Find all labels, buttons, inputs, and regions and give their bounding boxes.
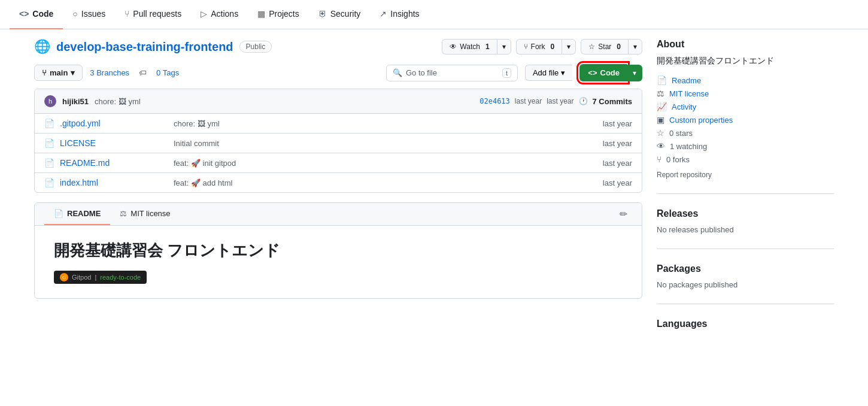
forks-icon: ⑂	[657, 154, 661, 164]
readme-tabs: 📄 README ⚖ MIT license ✏	[35, 203, 642, 226]
star-btn-group: ☆ Star 0 ▾	[581, 39, 642, 54]
report-repository-link[interactable]: Report repository	[657, 171, 834, 179]
add-file-button[interactable]: Add file ▾	[525, 65, 572, 81]
watch-btn-group: 👁 Watch 1 ▾	[442, 39, 511, 54]
file-date: last year	[603, 159, 632, 168]
repo-header: 🌐 develop-base-training-frontend Public …	[34, 39, 642, 54]
gitpod-badge[interactable]: G Gitpod | ready-to-code	[54, 271, 147, 284]
releases-section: Releases No releases published	[657, 208, 834, 249]
packages-heading: Packages	[657, 263, 834, 274]
file-date: last year	[603, 119, 632, 128]
file-icon: 📄	[44, 158, 54, 168]
tab-projects[interactable]: ▦ Projects	[248, 0, 309, 29]
commit-author[interactable]: hijiki51	[62, 97, 89, 106]
file-date: last year	[603, 139, 632, 148]
file-commit: Initial commit	[174, 139, 597, 148]
insights-icon: ↗	[380, 9, 387, 19]
file-name[interactable]: index.html	[60, 178, 168, 187]
table-row: 📄 LICENSE Initial commit last year	[35, 134, 642, 153]
add-file-btn-group: Add file ▾	[525, 65, 572, 81]
table-row: 📄 .gitpod.yml chore: 🖼 yml last year	[35, 114, 642, 134]
file-commit: chore: 🖼 yml	[174, 119, 597, 128]
commit-header: h hijiki51 chore: 🖼 yml 02e4613 last yea…	[35, 89, 642, 114]
eye-icon: 👁	[450, 43, 457, 51]
code-icon: <>	[19, 9, 29, 19]
commit-hash-area: 02e4613 last year last year 🕐 7 Commits	[479, 97, 632, 106]
fork-dropdown-button[interactable]: ▾	[562, 39, 576, 54]
tab-mit-license[interactable]: ⚖ MIT license	[110, 203, 180, 225]
commit-time: last year	[515, 97, 542, 105]
commit-time-text: last year	[547, 97, 573, 105]
file-date: last year	[603, 178, 632, 187]
readme-link[interactable]: 📄 Readme	[657, 74, 834, 87]
search-icon: 🔍	[393, 68, 402, 77]
stars-icon: ☆	[657, 128, 664, 138]
license-icon: ⚖	[120, 209, 127, 218]
packages-section: Packages No packages published	[657, 263, 834, 304]
languages-heading: Languages	[657, 319, 834, 329]
add-file-dropdown-icon: ▾	[561, 68, 565, 77]
action-buttons: 👁 Watch 1 ▾ ⑂ Fork 0 ▾	[442, 39, 642, 54]
star-dropdown-button[interactable]: ▾	[628, 39, 642, 54]
gitpod-label: Gitpod	[72, 274, 91, 281]
code-button[interactable]: <> Code	[579, 64, 627, 81]
watch-dropdown-button[interactable]: ▾	[497, 39, 511, 54]
packages-empty: No packages published	[657, 280, 834, 289]
table-row: 📄 README.md feat: 🚀 init gitpod last yea…	[35, 153, 642, 173]
tab-code[interactable]: <> Code	[10, 0, 63, 29]
watch-button[interactable]: 👁 Watch 1	[442, 39, 496, 54]
tab-actions[interactable]: ▷ Actions	[191, 0, 248, 29]
readme-title: 開発基礎講習会 フロントエンド	[54, 240, 623, 261]
languages-section: Languages	[657, 319, 834, 350]
avatar: h	[44, 95, 56, 107]
tab-readme[interactable]: 📄 README	[44, 203, 110, 225]
repo-title[interactable]: develop-base-training-frontend	[56, 40, 233, 54]
custom-properties-link[interactable]: ▣ Custom properties	[657, 113, 834, 126]
clock-icon: 🕐	[579, 97, 588, 105]
code-brackets-icon: <>	[588, 68, 597, 77]
license-link[interactable]: ⚖ MIT license	[657, 87, 834, 100]
projects-icon: ▦	[257, 9, 265, 19]
actions-icon: ▷	[201, 9, 207, 19]
releases-heading: Releases	[657, 208, 834, 219]
tags-link[interactable]: 0 Tags	[156, 68, 179, 77]
commits-link[interactable]: 7 Commits	[593, 97, 632, 106]
main-layout: 🌐 develop-base-training-frontend Public …	[15, 29, 853, 374]
branches-link[interactable]: 3 Branches	[90, 68, 129, 77]
table-row: 📄 index.html feat: 🚀 add html last year	[35, 173, 642, 192]
activity-link[interactable]: 📈 Activity	[657, 100, 834, 113]
readme-link-icon: 📄	[657, 75, 667, 85]
commit-hash[interactable]: 02e4613	[479, 97, 510, 105]
releases-empty: No releases published	[657, 225, 834, 234]
file-table: h hijiki51 chore: 🖼 yml 02e4613 last yea…	[34, 89, 642, 193]
file-name[interactable]: README.md	[60, 158, 168, 168]
tab-security[interactable]: ⛨ Security	[309, 0, 371, 29]
branch-selector[interactable]: ⑂ main ▾	[34, 65, 83, 81]
about-heading: About	[657, 39, 834, 50]
go-to-file-input[interactable]: 🔍 Go to file t	[386, 65, 518, 81]
edit-icon[interactable]: ✏	[615, 204, 632, 225]
tab-issues[interactable]: ○ Issues	[63, 0, 115, 29]
readme-content: 開発基礎講習会 フロントエンド G Gitpod | ready-to-code	[35, 226, 642, 298]
tab-insights[interactable]: ↗ Insights	[370, 0, 429, 29]
gitpod-status: ready-to-code	[100, 274, 141, 281]
pull-request-icon: ⑂	[125, 9, 129, 19]
tab-pull-requests[interactable]: ⑂ Pull requests	[115, 0, 191, 29]
globe-icon: 🌐	[34, 39, 50, 54]
watching-icon: 👁	[657, 141, 665, 151]
fork-icon: ⑂	[524, 43, 528, 51]
code-dropdown-button[interactable]: ▾	[627, 65, 642, 81]
go-to-file-shortcut: t	[502, 68, 511, 78]
gitpod-icon: G	[60, 273, 68, 281]
code-btn-group: <> Code ▾	[579, 64, 642, 81]
forks-stat: ⑂ 0 forks	[657, 153, 834, 166]
star-button[interactable]: ☆ Star 0	[581, 39, 628, 54]
watching-stat: 👁 1 watching	[657, 140, 834, 153]
activity-link-icon: 📈	[657, 102, 667, 111]
file-name[interactable]: .gitpod.yml	[60, 119, 168, 128]
fork-button[interactable]: ⑂ Fork 0	[516, 39, 562, 54]
visibility-badge: Public	[239, 41, 272, 53]
fork-btn-group: ⑂ Fork 0 ▾	[516, 39, 576, 54]
about-description: 開発基礎講習会フロントエンド	[657, 56, 834, 66]
file-name[interactable]: LICENSE	[60, 138, 168, 148]
